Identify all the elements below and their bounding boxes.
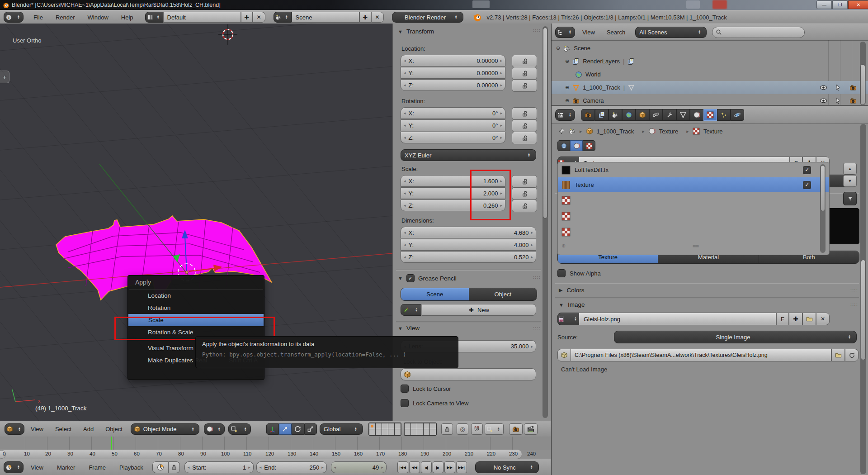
editor-type-selector[interactable]: ▲▼ [5,423,24,435]
tab-texture-active[interactable] [703,109,717,121]
proportional-edit-button[interactable]: ◎ [457,423,468,435]
rotation-z-field[interactable]: ◂Z:0°▸ [401,132,505,143]
grease-pencil-panel-header[interactable]: ▼ ✓ Grease Pencil [398,274,533,282]
texture-slot-row[interactable]: LoftTexDiff.fx ✓ [558,162,829,177]
menu-item-rotation[interactable]: Rotation [128,302,264,314]
lock-camera-checkbox[interactable] [401,399,409,407]
lock-to-cursor-checkbox[interactable] [401,385,409,393]
rotation-y-lock-button[interactable] [512,119,537,132]
outliner-display-mode-select[interactable]: All Scenes ▲▼ [635,27,707,38]
translate-manipulator-button[interactable] [279,423,292,435]
breadcrumb-material[interactable]: Texture [659,128,679,135]
n-panel-scrollbar[interactable] [542,26,548,418]
menu-frame[interactable]: Frame [89,464,106,471]
jump-prev-keyframe-button[interactable]: ◀◀ [409,461,420,473]
menu-render[interactable]: Render [56,14,75,21]
add-layout-button[interactable]: ✚ [241,12,253,23]
frame-end-field[interactable]: ◂End:250▸ [256,461,327,473]
scene-icon[interactable] [569,128,576,135]
open-image-button[interactable] [802,313,816,325]
panel-drag-grip[interactable]: ········ [520,327,541,330]
collapse-icon[interactable]: ⊖ [556,45,560,51]
pin-icon[interactable] [558,128,565,135]
editor-type-selector[interactable]: ▲▼ [555,109,575,121]
material-texture-context-button[interactable] [570,140,583,151]
scale-y-lock-button[interactable] [512,187,537,200]
tab-object-data[interactable] [676,109,690,121]
properties-scrollbar[interactable] [860,124,866,474]
image-name-input[interactable]: GleisHolz.png [579,313,776,325]
rotation-mode-select[interactable]: XYZ Euler ▲▼ [401,149,536,161]
reload-image-button[interactable] [845,349,859,361]
manipulator-toggle-button[interactable] [266,423,279,435]
tab-scene[interactable]: Scene [401,288,469,300]
expand-icon[interactable]: ⊕ [565,98,569,104]
scale-x-lock-button[interactable] [512,175,537,188]
snap-element-select[interactable]: ▲▼ [485,423,504,435]
image-path-input[interactable]: C:\Program Files (x86)\Steam\SteamA...et… [571,349,831,361]
scrollbar-thumb[interactable] [861,260,866,360]
tab-render-layers[interactable] [595,109,609,121]
outliner-row-track-selected[interactable]: ⊕ 1_1000_Track | [552,81,868,94]
breadcrumb-texture[interactable]: Texture [703,128,723,135]
list-resize-grip[interactable]: == [693,242,698,249]
snap-toggle-button[interactable] [471,423,483,435]
layer-grid-1[interactable] [368,423,401,436]
new-image-button[interactable]: ✚ [789,313,802,325]
other-texture-context-button[interactable] [583,140,595,151]
menu-help[interactable]: Help [121,14,133,21]
delete-layout-button[interactable]: ✕ [253,12,265,23]
grease-pencil-new-button[interactable]: ✚New [422,304,536,316]
menu-add[interactable]: Add [83,426,94,432]
mesh-data-icon[interactable] [628,84,635,91]
close-button[interactable]: ✕ [848,0,868,9]
menu-playback[interactable]: Playback [119,464,143,471]
mode-select[interactable]: Object Mode ▲▼ [131,423,199,435]
panel-drag-grip[interactable]: ········ [850,303,858,307]
tab-object[interactable] [636,109,649,121]
viewport-shading-select[interactable]: ▲▼ [204,423,225,435]
world-texture-context-button[interactable] [557,140,570,151]
location-x-lock-button[interactable] [512,55,537,67]
jump-to-start-button[interactable]: |◀◀ [397,461,408,473]
scale-z-lock-button[interactable] [512,200,537,212]
rotation-y-field[interactable]: ◂Y:0°▸ [401,119,505,131]
dimensions-z-field[interactable]: ◂Z:0.520▸ [401,251,536,263]
menu-file[interactable]: File [33,14,43,21]
image-source-select[interactable]: Single Image ▲▼ [614,331,857,343]
scrollbar-thumb[interactable] [860,64,865,105]
current-frame-field[interactable]: ◂49▸ [331,461,387,473]
grease-pencil-checkbox[interactable]: ✓ [406,274,415,282]
show-alpha-row[interactable]: Show Alpha [557,269,868,277]
rotate-manipulator-button[interactable] [292,423,304,435]
rotation-z-lock-button[interactable] [512,132,537,144]
visibility-eye-icon[interactable] [820,97,827,104]
image-fake-user-button[interactable]: F [776,313,789,325]
menu-object[interactable]: Object [105,426,123,432]
menu-view[interactable]: View [31,464,43,471]
editor-type-selector[interactable]: ▲▼ [4,12,24,23]
play-reverse-button[interactable]: ◀ [421,461,432,473]
outliner-scrollbar[interactable] [860,42,866,105]
view-panel-header[interactable]: ▼ View [398,325,533,332]
rotation-x-lock-button[interactable] [512,107,537,120]
screen-layout-icon-button[interactable]: ▲▼ [145,12,163,23]
expand-icon[interactable]: ⊕ [565,58,569,64]
panel-drag-grip[interactable]: ········ [850,289,858,292]
outliner-row-camera[interactable]: ⊕ Camera [552,94,868,105]
tab-material[interactable] [690,109,703,121]
menu-search[interactable]: Search [607,29,625,36]
slot-filter-button[interactable] [843,192,857,205]
texture-slot-row-empty[interactable] [558,224,829,240]
lock-time-button[interactable] [169,461,180,473]
expand-icon[interactable]: ⊕ [565,85,569,90]
tab-particles[interactable] [717,109,731,121]
tab-world[interactable] [622,109,636,121]
texture-enabled-checkbox[interactable]: ✓ [803,166,811,174]
image-panel-header[interactable]: ▼ Image ········ [559,301,868,308]
timeline-track-area[interactable] [0,437,551,450]
slot-move-up-button[interactable]: ▲ [843,163,857,175]
menu-item-location[interactable]: Location [128,290,264,302]
restore-button[interactable]: ❐ [832,0,848,9]
minimize-button[interactable]: — [816,0,832,9]
